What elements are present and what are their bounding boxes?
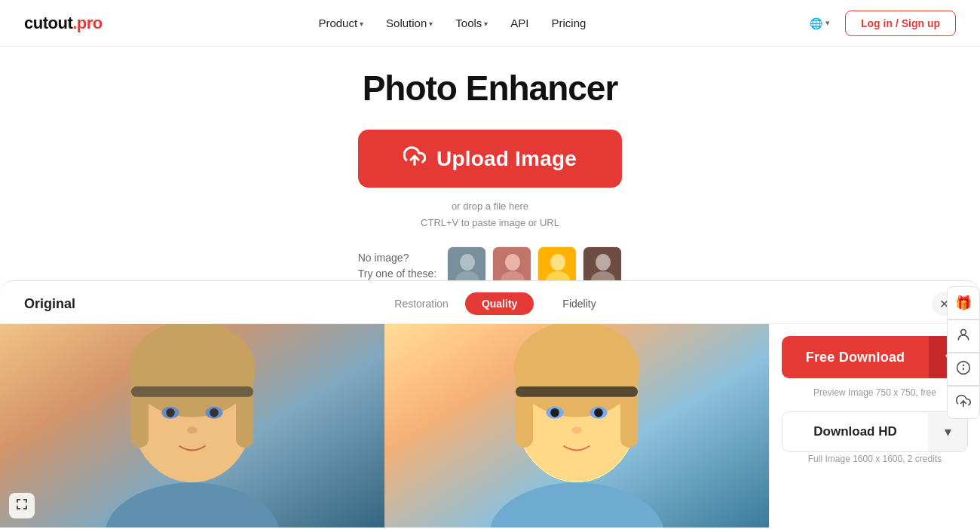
gift-icon-button[interactable]: 🎁: [947, 286, 980, 320]
user-icon: [956, 327, 971, 346]
restoration-group: Restoration Quality Fidelity: [394, 292, 612, 315]
logo[interactable]: cutout.pro: [24, 14, 103, 33]
upload-side-icon-button[interactable]: [947, 386, 980, 419]
svg-point-8: [550, 254, 565, 271]
upload-button[interactable]: Upload Image: [358, 130, 622, 188]
download-hd-hint: Full Image 1600 x 1600, 2 credits: [782, 454, 968, 464]
svg-rect-17: [236, 369, 253, 448]
free-download-button-group: Free Download ▾: [782, 336, 968, 378]
svg-point-34: [571, 427, 582, 433]
original-label: Original: [24, 296, 75, 312]
main-nav: Product ▾ Solution ▾ Tools ▾ API Pricing: [309, 12, 595, 34]
bottom-panel: Original Restoration Quality Fidelity ✕: [0, 280, 980, 529]
side-icons: 🎁: [947, 286, 980, 419]
upload-hint: or drop a file here CTRL+V to paste imag…: [0, 198, 980, 231]
svg-rect-24: [131, 387, 253, 397]
header-right: 🌐 ▾ Log in / Sign up: [802, 11, 956, 36]
info-icon: [956, 360, 971, 379]
help-icon-button[interactable]: [947, 353, 980, 386]
chevron-down-icon: ▾: [825, 18, 830, 28]
tab-quality[interactable]: Quality: [465, 292, 534, 315]
nav-item-product[interactable]: Product ▾: [309, 12, 372, 34]
svg-rect-16: [131, 369, 149, 448]
images-row: Free Download ▾ Preview Image 750 x 750,…: [0, 324, 980, 529]
panel-header: Original Restoration Quality Fidelity ✕: [0, 281, 980, 324]
svg-point-22: [187, 427, 198, 433]
chevron-down-icon: ▾: [360, 20, 363, 28]
svg-point-11: [596, 254, 611, 271]
svg-point-33: [594, 408, 603, 417]
expand-icon: [16, 498, 28, 513]
enhanced-image: [384, 324, 769, 527]
chevron-down-icon: ▾: [484, 20, 488, 28]
samples-label: No image? Try one of these:: [358, 250, 437, 282]
user-icon-button[interactable]: [947, 320, 980, 353]
svg-rect-28: [516, 369, 533, 448]
chevron-down-icon: ▾: [429, 20, 433, 28]
tab-fidelity[interactable]: Fidelity: [546, 292, 612, 315]
header: cutout.pro Product ▾ Solution ▾ Tools ▾ …: [0, 0, 980, 47]
gift-icon: 🎁: [955, 295, 972, 311]
upload-icon: [956, 393, 971, 412]
free-download-button[interactable]: Free Download: [782, 336, 929, 378]
svg-point-2: [460, 254, 475, 271]
original-image: [0, 324, 384, 527]
nav-item-pricing[interactable]: Pricing: [543, 12, 596, 34]
language-button[interactable]: 🌐 ▾: [802, 14, 838, 33]
download-hd-button-group: Download HD ▾: [782, 411, 968, 452]
svg-rect-29: [620, 369, 638, 448]
nav-item-api[interactable]: API: [501, 12, 537, 34]
login-button[interactable]: Log in / Sign up: [845, 11, 956, 36]
expand-original-button[interactable]: [9, 493, 35, 518]
svg-point-32: [550, 408, 559, 417]
svg-point-5: [505, 254, 520, 271]
page-title: Photo Enhancer: [0, 68, 980, 109]
upload-icon: [403, 145, 426, 173]
logo-text: cutout.pro: [24, 14, 103, 33]
svg-point-21: [210, 408, 219, 417]
upload-label: Upload Image: [436, 147, 577, 171]
restoration-label: Restoration: [394, 298, 449, 310]
svg-point-20: [166, 408, 175, 417]
globe-icon: 🌐: [810, 17, 822, 29]
nav-item-tools[interactable]: Tools ▾: [446, 12, 497, 34]
download-hd-button[interactable]: Download HD: [782, 411, 928, 452]
svg-rect-36: [516, 387, 638, 397]
svg-point-37: [961, 329, 966, 335]
main-content: Photo Enhancer Upload Image or drop a fi…: [0, 47, 980, 286]
nav-item-solution[interactable]: Solution ▾: [377, 12, 442, 34]
chevron-down-icon: ▾: [945, 424, 951, 440]
free-download-hint: Preview Image 750 x 750, free: [782, 387, 968, 398]
